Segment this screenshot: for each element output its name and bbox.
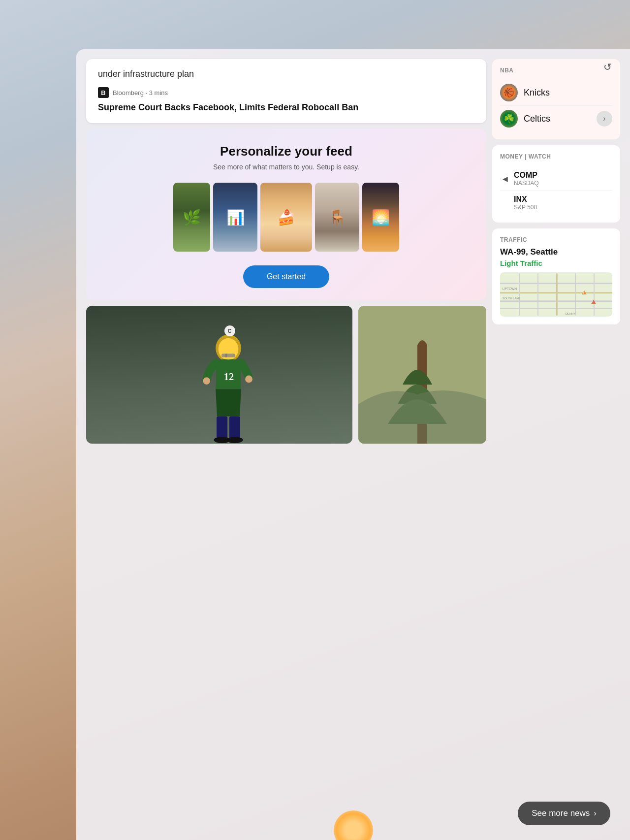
comp-name: COMP — [514, 171, 612, 180]
personalize-image-grid: 🌿 📊 🍰 🪑 🌅 — [98, 183, 474, 252]
map-svg: UPTOWN SOUTH LAKE DENNY ! ! — [500, 272, 612, 317]
comp-info: COMP NASDAQ — [514, 171, 612, 187]
source-row: B Bloomberg · 3 mins — [98, 87, 474, 98]
inx-info: INX S&P 500 — [514, 195, 612, 211]
traffic-section-label: TRAFFIC — [500, 236, 612, 243]
news-partial-headline: under infrastructure plan — [98, 69, 474, 79]
celtics-row[interactable]: ☘️ Celtics › — [500, 106, 612, 131]
nba-section-label: NBA — [500, 67, 612, 74]
main-panel: ↺ under infrastructure plan B Bloomberg … — [76, 49, 630, 840]
image-thumb-finance: 📊 — [213, 183, 257, 252]
get-started-button[interactable]: Get started — [243, 265, 329, 288]
svg-rect-7 — [217, 417, 227, 439]
money-card[interactable]: MONEY | WATCH ◀ COMP NASDAQ INX S&P 500 — [492, 145, 620, 223]
svg-text:DENNY: DENNY — [566, 312, 575, 315]
svg-rect-21 — [594, 273, 595, 316]
player-svg: 12 — [184, 325, 273, 444]
svg-rect-17 — [519, 273, 520, 316]
svg-rect-2 — [221, 354, 235, 357]
comp-row[interactable]: ◀ COMP NASDAQ — [500, 167, 612, 191]
svg-rect-19 — [556, 273, 558, 316]
image-thumb-food: 🍰 — [260, 183, 312, 252]
bloomberg-icon: B — [98, 87, 109, 98]
image-thumb-garden: 🌿 — [173, 183, 210, 252]
traffic-card[interactable]: TRAFFIC WA-99, Seattle Light Traffic — [492, 228, 620, 324]
inx-name: INX — [514, 195, 612, 204]
left-column: under infrastructure plan B Bloomberg · … — [86, 59, 486, 830]
personalize-card: Personalize your feed See more of what m… — [86, 129, 486, 300]
knicks-name: Knicks — [524, 88, 550, 98]
columns-layout: under infrastructure plan B Bloomberg · … — [76, 59, 630, 840]
comp-exchange: NASDAQ — [514, 180, 612, 187]
svg-point-5 — [203, 378, 210, 385]
traffic-status: Light Traffic — [500, 259, 612, 267]
knicks-row[interactable]: 🏀 Knicks — [500, 80, 612, 106]
svg-point-10 — [226, 437, 243, 444]
inx-row[interactable]: INX S&P 500 — [500, 191, 612, 215]
inx-exchange: S&P 500 — [514, 204, 612, 211]
personalize-subtitle: See more of what matters to you. Setup i… — [98, 163, 474, 171]
svg-text:SOUTH LAKE: SOUTH LAKE — [503, 297, 520, 300]
nature-card[interactable] — [358, 306, 486, 444]
celtics-logo: ☘️ — [500, 110, 518, 128]
image-thumb-sunset: 🌅 — [362, 183, 399, 252]
see-more-news-button[interactable]: See more news › — [518, 802, 610, 825]
svg-text:12: 12 — [223, 371, 233, 382]
celtics-name: Celtics — [524, 114, 550, 124]
bottom-row: 12 — [86, 306, 486, 444]
svg-text:UPTOWN: UPTOWN — [503, 287, 517, 291]
nature-svg — [358, 306, 486, 444]
svg-rect-18 — [537, 273, 538, 316]
personalize-title: Personalize your feed — [98, 144, 474, 159]
see-more-label: See more news — [532, 808, 590, 818]
article-headline: Supreme Court Backs Facebook, Limits Fed… — [98, 102, 474, 113]
see-more-arrow-icon: › — [594, 808, 597, 818]
prev-arrow-icon[interactable]: ◀ — [500, 174, 510, 184]
traffic-map[interactable]: UPTOWN SOUTH LAKE DENNY ! ! — [500, 272, 612, 317]
right-column: NBA 🏀 Knicks ☘️ Celtics › MONEY | — [492, 59, 620, 830]
football-card[interactable]: 12 — [86, 306, 352, 444]
source-name: Bloomberg · 3 mins — [113, 89, 168, 97]
image-thumb-interior: 🪑 — [315, 183, 359, 252]
right-spacer — [492, 330, 620, 830]
news-card[interactable]: under infrastructure plan B Bloomberg · … — [86, 59, 486, 123]
money-section-label: MONEY | WATCH — [500, 153, 612, 160]
more-teams-indicator[interactable]: › — [597, 111, 612, 127]
refresh-button[interactable]: ↺ — [599, 59, 615, 75]
svg-rect-20 — [575, 273, 576, 316]
svg-rect-8 — [229, 417, 240, 439]
captain-badge: C — [224, 325, 235, 336]
svg-point-6 — [245, 376, 252, 383]
traffic-location: WA-99, Seattle — [500, 247, 612, 257]
knicks-logo: 🏀 — [500, 84, 518, 101]
refresh-icon: ↺ — [603, 61, 612, 73]
